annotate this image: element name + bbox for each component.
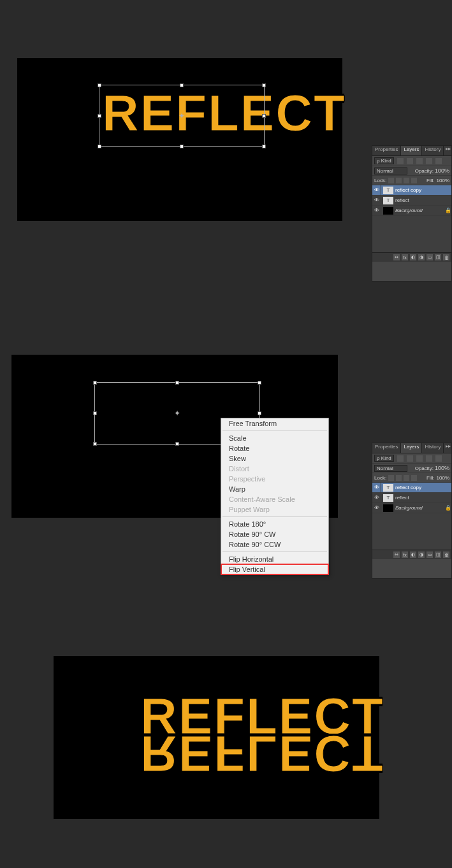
mask-icon[interactable]: ◐ — [410, 254, 416, 260]
lock-row: Lock: Fill: 100% — [372, 473, 451, 483]
layer-type-icon: T — [383, 197, 393, 204]
delete-layer-icon[interactable]: 🗑 — [443, 254, 449, 260]
group-icon[interactable]: ▭ — [426, 551, 433, 558]
layer-row-reflect-copy[interactable]: 👁 T reflect copy — [372, 483, 451, 493]
lock-all-icon[interactable] — [411, 475, 417, 481]
menu-perspective: Perspective — [221, 474, 328, 484]
filter-pixel-icon[interactable] — [397, 158, 404, 164]
visibility-icon[interactable]: 👁 — [372, 503, 381, 513]
lock-all-icon[interactable] — [411, 178, 417, 183]
menu-free-transform[interactable]: Free Transform — [221, 418, 328, 429]
new-layer-icon[interactable]: ◫ — [435, 551, 441, 558]
layer-row-reflect[interactable]: 👁 T reflect — [372, 196, 451, 206]
lock-position-icon[interactable] — [404, 475, 409, 481]
filter-pixel-icon[interactable] — [397, 455, 404, 462]
layer-name[interactable]: reflect — [395, 197, 451, 203]
delete-layer-icon[interactable]: 🗑 — [443, 551, 449, 558]
layer-name[interactable]: reflect copy — [395, 485, 451, 490]
panel-menu-icon[interactable]: ▸▸ — [444, 443, 452, 453]
filter-type-icon[interactable] — [416, 455, 423, 462]
menu-flip-horizontal[interactable]: Flip Horizontal — [221, 554, 328, 564]
menu-puppet-warp: Puppet Warp — [221, 504, 328, 515]
opacity-value[interactable]: 100% — [435, 465, 449, 471]
filter-type-icon[interactable] — [416, 158, 423, 164]
layer-row-reflect-copy[interactable]: 👁 T reflect copy — [372, 185, 451, 196]
layers-list: 👁 T reflect copy 👁 T reflect 👁 Backgroun… — [372, 483, 451, 550]
filter-smart-icon[interactable] — [435, 455, 442, 462]
filter-adjust-icon[interactable] — [407, 455, 413, 462]
link-layers-icon[interactable]: ⇔ — [393, 254, 400, 260]
layer-name[interactable]: Background — [395, 208, 445, 213]
menu-separator — [222, 516, 327, 517]
menu-rotate-90-cw[interactable]: Rotate 90° CW — [221, 529, 328, 539]
layer-row-reflect[interactable]: 👁 T reflect — [372, 493, 451, 503]
layer-name[interactable]: reflect copy — [395, 187, 451, 193]
group-icon[interactable]: ▭ — [426, 254, 433, 260]
fill-label: Fill: — [426, 178, 434, 183]
filter-smart-icon[interactable] — [435, 158, 442, 164]
mask-icon[interactable]: ◐ — [410, 551, 416, 558]
adjustment-icon[interactable]: ◑ — [418, 254, 425, 260]
fill-value[interactable]: 100% — [437, 475, 449, 481]
lock-image-icon[interactable] — [396, 475, 402, 481]
layer-type-icon: T — [383, 187, 393, 194]
filter-adjust-icon[interactable] — [407, 158, 413, 164]
link-layers-icon[interactable]: ⇔ — [393, 551, 400, 558]
lock-icon[interactable]: 🔒 — [445, 505, 451, 511]
layer-name[interactable]: reflect — [395, 495, 451, 501]
visibility-icon[interactable]: 👁 — [372, 493, 381, 502]
filter-shape-icon[interactable] — [426, 455, 432, 462]
lock-transparency-icon[interactable] — [388, 178, 394, 183]
menu-separator — [222, 430, 327, 431]
visibility-icon[interactable]: 👁 — [372, 206, 381, 215]
blend-mode-dropdown[interactable]: Normal — [374, 465, 407, 472]
fx-icon[interactable]: fx — [402, 551, 408, 558]
menu-warp[interactable]: Warp — [221, 484, 328, 494]
layers-panel: Properties Layers History ▸▸ ρ Kind Norm… — [372, 145, 452, 281]
fx-icon[interactable]: fx — [402, 254, 408, 260]
opacity-value[interactable]: 100% — [435, 167, 449, 174]
layer-row-background[interactable]: 👁 Background 🔒 — [372, 503, 451, 513]
menu-distort: Distort — [221, 464, 328, 474]
visibility-icon[interactable]: 👁 — [372, 483, 381, 492]
blend-mode-dropdown[interactable]: Normal — [374, 167, 407, 174]
lock-image-icon[interactable] — [396, 178, 402, 183]
layer-row-background[interactable]: 👁 Background 🔒 — [372, 206, 451, 216]
menu-rotate-180[interactable]: Rotate 180° — [221, 519, 328, 529]
layer-name[interactable]: Background — [395, 505, 445, 511]
menu-flip-vertical[interactable]: Flip Vertical — [221, 564, 328, 574]
fill-label: Fill: — [426, 475, 434, 481]
menu-rotate[interactable]: Rotate — [221, 443, 328, 453]
tab-properties[interactable]: Properties — [372, 146, 401, 155]
new-layer-icon[interactable]: ◫ — [435, 254, 441, 260]
tab-layers[interactable]: Layers — [401, 443, 422, 453]
kind-dropdown[interactable]: ρ Kind — [374, 157, 394, 164]
layers-panel-footer: ⇔ fx ◐ ◑ ▭ ◫ 🗑 — [372, 252, 451, 262]
step-2: REFLECT ✦ Free Transform Scale Rotate Sk… — [0, 297, 452, 584]
transform-context-menu: Free Transform Scale Rotate Skew Distort… — [221, 418, 329, 575]
lock-position-icon[interactable] — [404, 178, 409, 183]
lock-transparency-icon[interactable] — [388, 475, 394, 481]
tab-history[interactable]: History — [422, 443, 444, 453]
lock-label: Lock: — [374, 178, 386, 183]
fill-value[interactable]: 100% — [437, 178, 449, 183]
kind-dropdown[interactable]: ρ Kind — [374, 455, 394, 462]
menu-rotate-90-ccw[interactable]: Rotate 90° CCW — [221, 539, 328, 550]
menu-scale[interactable]: Scale — [221, 433, 328, 443]
visibility-icon[interactable]: 👁 — [372, 185, 381, 195]
visibility-icon[interactable]: 👁 — [372, 196, 381, 205]
opacity-label: Opacity: — [415, 168, 434, 174]
tab-properties[interactable]: Properties — [372, 443, 401, 453]
menu-skew[interactable]: Skew — [221, 453, 328, 464]
filter-kind-row: ρ Kind — [372, 453, 451, 464]
step-1: REFLECT ✦ Properties Layers History ▸▸ ρ… — [0, 0, 452, 297]
adjustment-icon[interactable]: ◑ — [418, 551, 425, 558]
filter-shape-icon[interactable] — [426, 158, 432, 164]
panel-menu-icon[interactable]: ▸▸ — [444, 146, 452, 155]
tab-layers[interactable]: Layers — [401, 146, 422, 155]
layer-type-icon: T — [383, 494, 393, 502]
step-3: REFLECT REFLECT — [0, 584, 452, 868]
tab-history[interactable]: History — [422, 146, 444, 155]
lock-icon[interactable]: 🔒 — [445, 208, 451, 213]
panel-tabs: Properties Layers History ▸▸ — [372, 443, 451, 453]
